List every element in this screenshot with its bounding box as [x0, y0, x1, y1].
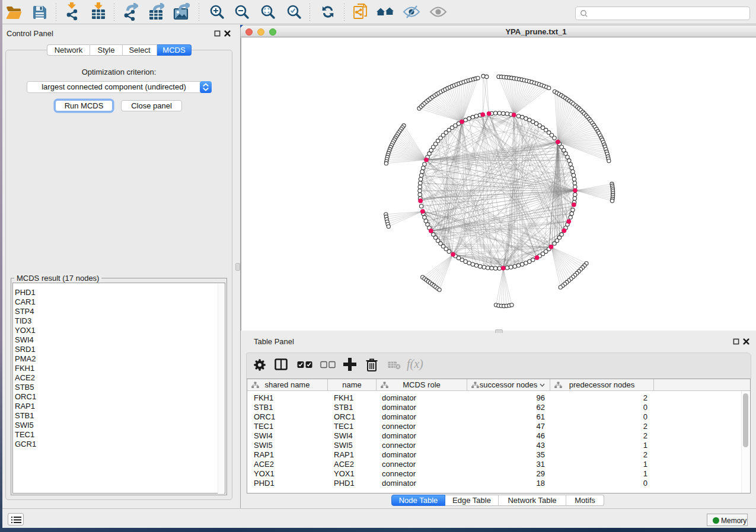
svg-text:f(x): f(x) — [407, 358, 423, 371]
